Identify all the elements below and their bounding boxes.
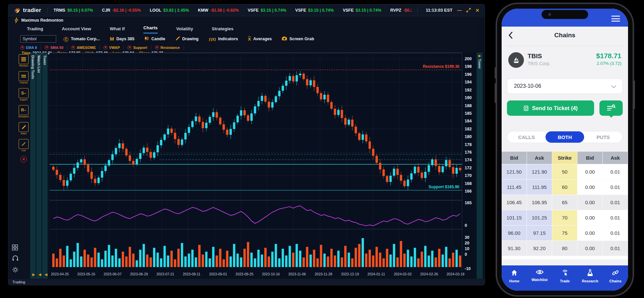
tab-charts[interactable]: Charts	[143, 25, 158, 34]
nav-item-home[interactable]: Home	[502, 269, 527, 291]
nav-item-research[interactable]: Research	[577, 269, 603, 291]
toolbar-item-averages[interactable]: XAverages	[248, 36, 272, 42]
menu-button[interactable]	[611, 16, 620, 22]
candle-body	[410, 173, 412, 180]
chip-ema-8[interactable]: ✕EMA 8	[20, 46, 41, 50]
tradier-logo-icon	[14, 7, 21, 13]
price-axis-tick: 185	[465, 111, 472, 116]
volume-bar	[254, 258, 256, 267]
volume-bar	[191, 250, 194, 267]
nav-item-watchlist[interactable]: Watchlist	[527, 269, 552, 291]
tab-trading[interactable]: Trading	[27, 26, 43, 34]
volume-bar	[459, 255, 461, 267]
candle-body	[320, 93, 322, 99]
toolbar-item-indicators[interactable]: ƒ(X)Indicators	[209, 36, 238, 42]
volume-bar	[160, 258, 162, 267]
toolbar-item-tomato-corp-[interactable]: CTomato Corp...	[64, 36, 100, 42]
price-cell: 91.30	[502, 241, 527, 256]
table-row[interactable]	[502, 256, 628, 259]
clear-drawings-button[interactable]: ✕	[20, 156, 27, 163]
remove-chip-icon[interactable]: ✕	[71, 46, 75, 50]
volume-axis-tick: -10	[465, 266, 471, 271]
phone-power-button	[634, 80, 635, 109]
toolbar-item-screen-grab[interactable]: Screen Grab	[282, 36, 314, 42]
chart-jump-back-button[interactable]: ◀	[45, 272, 47, 277]
volume-bar	[435, 257, 437, 267]
candle-body	[195, 116, 197, 121]
support-icon[interactable]: S–	[19, 88, 29, 98]
ticker-item: RVPZ-$0.26 | -1.22%	[390, 8, 411, 13]
phone-header: Chains	[502, 27, 628, 45]
remove-chip-icon[interactable]: ✕	[45, 46, 49, 50]
expand-panel-icon[interactable]: ▶	[477, 54, 483, 58]
send-to-ticket-button[interactable]: Send to Ticket (4)	[507, 100, 594, 116]
tab-what-if[interactable]: What If	[110, 26, 125, 34]
chart-toolbar: CTomato Corp...MDays 385CandleDrawingƒ(X…	[20, 35, 314, 43]
notes-icon[interactable]	[19, 122, 29, 132]
volume-bar	[257, 250, 260, 267]
nav-item-trade[interactable]: Trade	[552, 269, 577, 291]
fib-lines-icon[interactable]	[19, 54, 29, 64]
nav-item-chains[interactable]: Chains	[603, 269, 628, 291]
candle-body	[414, 167, 416, 173]
segment-puts[interactable]: PUTS	[584, 131, 622, 143]
chart-step-back-button[interactable]: ◀	[38, 272, 41, 277]
resize-icon[interactable]	[466, 8, 471, 13]
remove-chip-icon[interactable]: ✕	[127, 46, 131, 50]
nav-item-label: Trade	[560, 279, 569, 283]
price-axis-tick: 200	[465, 57, 472, 61]
price-cell: 0.00	[577, 164, 603, 180]
settings-button[interactable]	[12, 266, 19, 274]
remove-chip-icon[interactable]: ✕	[20, 46, 24, 50]
table-row[interactable]: 101.15101.25700.000.01	[502, 210, 628, 225]
table-row[interactable]: 121.50121.90500.000.01	[502, 164, 628, 180]
minimize-icon[interactable]: —	[457, 8, 462, 13]
candle-body	[292, 76, 294, 81]
toolbar-item-days-385[interactable]: MDays 385	[110, 36, 134, 42]
table-row[interactable]: 111.45111.95600.000.01	[502, 180, 628, 195]
toolbar-item-candle[interactable]: Candle	[144, 36, 165, 42]
table-row[interactable]: 91.3092.20800.000.01	[502, 241, 628, 256]
chip-sma-50[interactable]: ✕SMA 50	[41, 46, 67, 50]
remove-chip-icon[interactable]: ✕	[103, 46, 107, 50]
support-button[interactable]	[12, 255, 19, 262]
toolbar-item-drawing[interactable]: Drawing	[175, 36, 199, 42]
chart-play-button[interactable]: ▶	[32, 272, 35, 277]
chip-awesome[interactable]: ✕AWESOME	[68, 46, 100, 50]
chip-vwap[interactable]: ✕VWAP	[100, 46, 124, 50]
panel-tab-watch-list[interactable]: Watch List	[36, 53, 42, 279]
volume-bar	[330, 249, 333, 267]
remove-chip-icon[interactable]: ✕	[155, 46, 159, 50]
table-row[interactable]: 96.0097.15750.000.01	[502, 225, 628, 241]
close-icon[interactable]: ✕	[475, 8, 479, 13]
panel-tab-tower[interactable]: Tower	[42, 53, 48, 279]
chart-canvas[interactable]: Resistance $199.36Support $165.902001981…	[50, 53, 477, 279]
symbol-input[interactable]	[20, 35, 56, 43]
price-chart[interactable]: Resistance $199.36Support $165.902001981…	[50, 53, 477, 279]
volume-bar	[289, 246, 291, 267]
ticker-value: $3.82 | 2.45%	[163, 8, 189, 13]
tab-account-view[interactable]: Account View	[62, 26, 91, 34]
channel-icon[interactable]	[19, 71, 29, 81]
tradier-logo: tradier	[14, 7, 41, 14]
right-panel-tab-tower[interactable]: ▶ Tower	[477, 53, 483, 279]
line-icon[interactable]	[19, 139, 29, 149]
candle-body	[264, 96, 266, 102]
date-axis-label: 2024-03-18	[447, 272, 465, 276]
resistance-icon[interactable]: R–	[19, 105, 29, 115]
table-row[interactable]: 106.45106.95650.000.01	[502, 195, 628, 210]
chip-resistance[interactable]: ✕Resistance	[151, 46, 184, 50]
volume-bar	[372, 255, 374, 267]
chain-list-button[interactable]	[599, 100, 623, 116]
drawing-tool-support: S–Support	[18, 88, 30, 101]
tab-strategies[interactable]: Strategies	[212, 26, 234, 34]
segment-both[interactable]: BOTH	[546, 131, 584, 143]
candle-body	[226, 130, 229, 135]
layout-grid-button[interactable]	[12, 244, 19, 252]
volume-bar	[111, 255, 114, 267]
panel-tab-drawing-tools[interactable]: Drawing Tools	[30, 53, 36, 279]
chip-support[interactable]: ✕Support	[124, 46, 151, 50]
tab-volatiliy[interactable]: Volatiliy	[176, 26, 193, 34]
expiration-dropdown[interactable]: 2023-10-06	[507, 78, 623, 94]
segment-calls[interactable]: CALLS	[507, 131, 546, 143]
